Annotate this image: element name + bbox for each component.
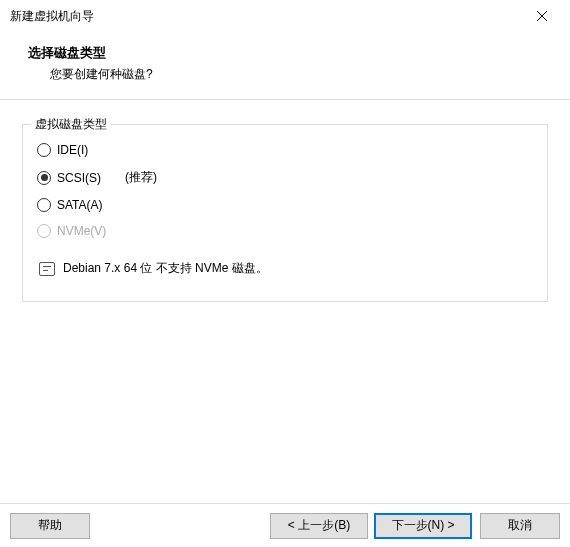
back-button[interactable]: < 上一步(B) — [270, 513, 368, 539]
help-button[interactable]: 帮助 — [10, 513, 90, 539]
recommended-label: (推荐) — [125, 169, 157, 186]
radio-label-ide: IDE(I) — [57, 143, 88, 157]
radio-nvme: NVMe(V) — [37, 224, 533, 238]
close-icon — [537, 11, 547, 21]
disk-type-group: 虚拟磁盘类型 IDE(I) SCSI(S) (推荐) SATA(A) NVMe(… — [22, 124, 548, 302]
radio-icon — [37, 171, 51, 185]
radio-label-sata: SATA(A) — [57, 198, 103, 212]
window-title: 新建虚拟机向导 — [10, 8, 94, 25]
radio-scsi[interactable]: SCSI(S) (推荐) — [37, 169, 533, 186]
radio-sata[interactable]: SATA(A) — [37, 198, 533, 212]
info-row: Debian 7.x 64 位 不支持 NVMe 磁盘。 — [35, 242, 535, 281]
radio-icon — [37, 198, 51, 212]
page-subtitle: 您要创建何种磁盘? — [28, 66, 542, 83]
radio-list: IDE(I) SCSI(S) (推荐) SATA(A) NVMe(V) — [35, 139, 535, 242]
cancel-button[interactable]: 取消 — [480, 513, 560, 539]
radio-label-scsi: SCSI(S) — [57, 171, 101, 185]
wizard-header: 选择磁盘类型 您要创建何种磁盘? — [0, 32, 570, 99]
info-text: Debian 7.x 64 位 不支持 NVMe 磁盘。 — [63, 260, 268, 277]
radio-icon — [37, 224, 51, 238]
page-title: 选择磁盘类型 — [28, 44, 542, 62]
titlebar: 新建虚拟机向导 — [0, 0, 570, 32]
footer: 帮助 < 上一步(B) 下一步(N) > 取消 — [0, 503, 570, 547]
radio-icon — [37, 143, 51, 157]
info-icon — [39, 262, 55, 276]
radio-ide[interactable]: IDE(I) — [37, 143, 533, 157]
radio-label-nvme: NVMe(V) — [57, 224, 106, 238]
close-button[interactable] — [522, 2, 562, 30]
group-legend: 虚拟磁盘类型 — [31, 116, 111, 133]
next-button[interactable]: 下一步(N) > — [374, 513, 472, 539]
nav-button-group: < 上一步(B) 下一步(N) > — [270, 513, 472, 539]
content-area: 虚拟磁盘类型 IDE(I) SCSI(S) (推荐) SATA(A) NVMe(… — [0, 100, 570, 312]
